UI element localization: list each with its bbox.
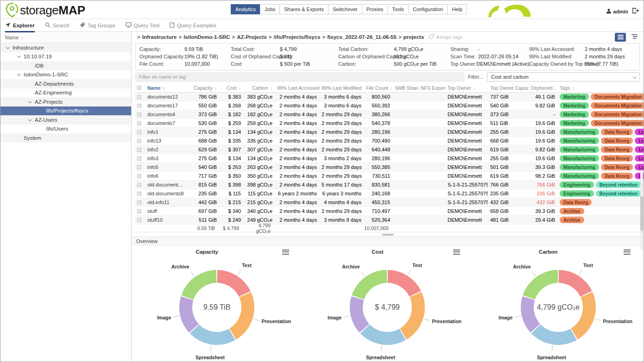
tag-documents-migration[interactable]: Documents Migration [591,102,644,109]
logout-icon[interactable] [632,7,639,16]
nav-tab-switchover[interactable]: Switchover [328,4,362,14]
user-menu[interactable]: admin [606,8,628,15]
brand-logo[interactable]: storageMAP [5,2,85,18]
donut-slice-presentation[interactable] [229,292,254,340]
tag-los-angeles[interactable]: Los Angeles [635,129,644,135]
row-checkbox[interactable] [137,174,141,178]
row-checkbox[interactable] [137,192,141,196]
tag-data-reorg[interactable]: Data Reorg [601,137,633,144]
sidebar-item-az-engineering[interactable]: AZ-Engineering [0,88,131,98]
sidebar-item--ifs-users[interactable]: /ifs/Users [0,125,131,134]
donut-slice-spreadsheet[interactable] [360,325,406,345]
nav-tab-proxies[interactable]: Proxies [362,4,388,14]
tag-los-angeles[interactable]: Los Angeles [635,155,644,162]
tag-data-reorg[interactable]: Data Reorg [601,164,633,170]
donut-slice-spreadsheet[interactable] [531,325,576,345]
column-header-cost[interactable]: Cost ↕ [219,85,243,91]
chart-menu-icon[interactable] [624,248,631,256]
toolbar-item-tag-groups[interactable]: Tag Groups [80,19,115,32]
tag-manufacturing[interactable]: Manufacturing [560,155,599,162]
tag-data-reorg[interactable]: Data Reorg [601,146,633,153]
table-row[interactable]: info3275 GiB$ 134134 gCO₂e2 months 4 day… [135,154,644,163]
table-row[interactable]: info5540 GiB$ 263263 gCO₂e2 months 4 day… [135,163,644,172]
donut-slice-image[interactable] [521,296,540,333]
donut-slice-presentation[interactable] [400,292,425,340]
tag-los-angeles[interactable]: Los Angeles [635,164,644,170]
breadcrumb-segment[interactable]: IsilonDemo-1-SRC [183,34,230,40]
tag-manufacturing[interactable]: Manufacturing [560,164,599,170]
table-row[interactable]: documents12786 GiB$ 383383 gCO₂e2 months… [135,93,644,101]
toolbar-item-query-tool[interactable]: Query Tool [126,19,159,32]
tag-los-angeles[interactable]: Los Angeles [635,146,644,153]
sidebar-item--db[interactable]: /DB [0,61,131,70]
tag-data-reorg[interactable]: Data Reorg [601,129,633,135]
toolbar-item-explorer[interactable]: Explorer [5,19,35,32]
sidebar-item-az-users[interactable]: AZ-Users [0,115,131,125]
nav-tab-shares-exports[interactable]: Shares & Exports [279,4,328,14]
breadcrumb-segment[interactable]: AZ-Projects [237,34,267,40]
column-header-nfs[interactable]: NFS Exports ↕ [418,85,445,91]
chart-menu-icon[interactable] [453,248,460,256]
tag-archive[interactable]: Archive [560,208,584,214]
column-header-tags[interactable]: Tags ↕ [557,85,644,91]
filter-input[interactable] [135,73,464,81]
tag-beyond-retention[interactable]: Beyond retention [596,181,641,188]
column-header-capacity[interactable]: Capacity ↕ [191,85,219,91]
tag-data-reorg[interactable]: Data Reorg [560,199,592,206]
table-row[interactable]: stuff10511 GiB$ 249249 gCO₂e2 months 4 d… [135,216,644,225]
column-header-files[interactable]: File Count ↕ [364,85,392,91]
chevron-down-icon[interactable] [6,46,10,50]
tag-documents-migration[interactable]: Documents Migration [591,94,644,100]
sidebar-item--ifs-projects-fisycs[interactable]: /ifs/Projects/fisycs [0,106,131,116]
tag-documents-migration[interactable]: Documents Migration [591,111,644,118]
donut-slice-text[interactable] [217,270,251,297]
chevron-down-icon[interactable] [17,73,21,76]
row-checkbox[interactable] [137,104,141,108]
tag-marketing[interactable]: Marketing [560,120,589,126]
toolbar-item-search[interactable]: Search [45,19,69,32]
tag-manufacturing[interactable]: Manufacturing [560,173,599,179]
tree-view-button[interactable] [629,33,640,42]
tag-manufacturing[interactable]: Manufacturing [560,129,599,135]
sidebar-item-system[interactable]: System [0,133,131,143]
chevron-down-icon[interactable] [17,55,21,58]
tag-data-reorg[interactable]: Data Reorg [601,155,633,162]
column-preset-select[interactable]: Cost and carbon [487,72,640,81]
donut-slice-archive[interactable] [352,270,387,300]
row-checkbox[interactable] [137,156,141,161]
breadcrumb-segment[interactable]: fisycs_2022-07-26_11-06-55 [327,34,397,40]
table-row[interactable]: info2629 GiB$ 307307 gCO₂e2 months 4 day… [135,145,644,154]
sidebar-item-az-projects[interactable]: AZ-Projects [0,97,131,106]
vertical-scrollbar[interactable] [640,171,643,250]
table-row[interactable]: old-document...815 GiB$ 398398 gCO₂e2 mo… [135,181,644,189]
tag-manufacturing[interactable]: Manufacturing [560,137,599,144]
tag-archive[interactable]: Archive [560,217,584,223]
row-checkbox[interactable] [137,209,141,213]
breadcrumb-segment[interactable]: /ifs/Projects/fisycs [274,34,321,40]
donut-slice-text[interactable] [388,270,421,297]
column-header-orphaned[interactable]: Orphaned... ↕ [529,85,557,91]
row-checkbox[interactable] [137,165,141,169]
donut-slice-text[interactable] [558,270,592,297]
toolbar-item-query-examples[interactable]: Query Examples [170,19,216,32]
tag-data-reorg[interactable]: Data Reorg [601,173,633,179]
tag-marketing[interactable]: Marketing [560,102,589,109]
table-row[interactable]: documents7530 GiB$ 259259 gCO₂e2 months … [135,119,644,128]
row-checkbox[interactable] [137,183,141,187]
nav-tab-analytics[interactable]: Analytics [231,4,260,14]
donut-slice-archive[interactable] [181,270,216,300]
column-header-modified[interactable]: 99% Last Modified ↕ [319,85,364,91]
tag-beyond-retention[interactable]: Beyond retention [596,190,641,197]
donut-slice-archive[interactable] [523,270,558,300]
tag-engineering[interactable]: Engineering [560,181,594,188]
splitter-grip[interactable] [382,234,394,236]
column-header-smb[interactable]: SMB Shares ↕ [392,85,418,91]
sidebar-item-az-departments[interactable]: AZ-Departments [0,79,131,88]
assign-tags-button[interactable]: Assign tags [429,34,462,40]
row-checkbox[interactable] [137,148,141,152]
donut-slice-image[interactable] [179,296,199,333]
table-row[interactable]: documents17550 GiB$ 268268 gCO₂e2 months… [135,101,644,110]
nav-tab-tools[interactable]: Tools [387,4,408,14]
column-header-name[interactable]: Name ↑ [145,85,191,91]
sidebar-item-10-10-97-19[interactable]: 10.10.97.19 [0,52,131,62]
